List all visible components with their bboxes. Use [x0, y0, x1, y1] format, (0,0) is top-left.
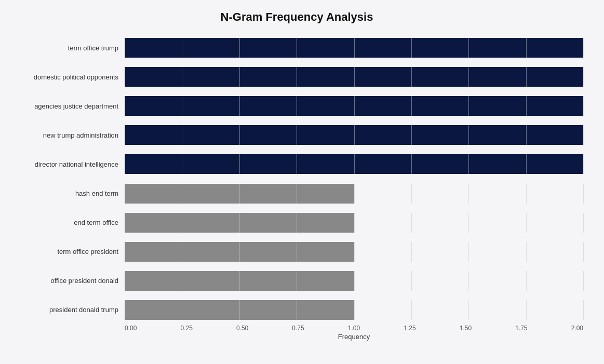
xaxis-ticks: 0.000.250.500.751.001.251.501.752.00 — [125, 325, 583, 332]
bar-fill — [125, 125, 583, 145]
bar-row: new trump administration — [10, 122, 583, 148]
bar-label: term office trump — [10, 44, 125, 52]
bar-row: domestic political opponents — [10, 64, 583, 90]
bar-fill — [125, 38, 583, 58]
bar-fill — [125, 67, 583, 87]
bar-track — [125, 96, 583, 116]
tick-label: 0.25 — [180, 325, 192, 332]
tick-label: 1.75 — [515, 325, 527, 332]
tick-label: 1.00 — [348, 325, 360, 332]
chart-title: N-Gram Frequency Analysis — [10, 10, 583, 24]
bar-row: term office president — [10, 239, 583, 265]
bar-label: end term office — [10, 219, 125, 226]
bar-row: agencies justice department — [10, 93, 583, 119]
chart-area: term office trumpdomestic political oppo… — [10, 33, 583, 325]
bar-track — [125, 242, 583, 262]
xaxis-label: Frequency — [125, 333, 583, 341]
bar-fill — [125, 300, 354, 320]
bottom-section: 0.000.250.500.751.001.251.501.752.00 Fre… — [10, 325, 583, 341]
bar-row: end term office — [10, 210, 583, 236]
bar-track — [125, 67, 583, 87]
bar-track — [125, 184, 583, 204]
bar-track — [125, 213, 583, 233]
bar-row: director national intelligence — [10, 151, 583, 177]
bar-label: president donald trump — [10, 306, 125, 314]
tick-label: 0.50 — [236, 325, 248, 332]
bar-track — [125, 154, 583, 174]
bar-fill — [125, 154, 583, 174]
bar-label: term office president — [10, 248, 125, 255]
bar-fill — [125, 271, 354, 291]
bar-label: director national intelligence — [10, 160, 125, 168]
bar-fill — [125, 184, 354, 204]
tick-label: 1.50 — [460, 325, 472, 332]
tick-label: 1.25 — [404, 325, 415, 332]
chart-container: N-Gram Frequency Analysis term office tr… — [0, 0, 604, 364]
tick-label: 0.00 — [125, 325, 137, 332]
bar-label: office president donald — [10, 277, 125, 285]
bar-label: hash end term — [10, 190, 125, 197]
tick-label: 2.00 — [571, 325, 583, 332]
bar-row: term office trump — [10, 35, 583, 61]
bar-label: agencies justice department — [10, 102, 125, 110]
bar-track — [125, 271, 583, 291]
bar-fill — [125, 242, 354, 262]
bar-fill — [125, 96, 583, 116]
bar-label: domestic political opponents — [10, 73, 125, 81]
bar-track — [125, 125, 583, 145]
bar-row: president donald trump — [10, 297, 583, 323]
bar-fill — [125, 213, 354, 233]
tick-label: 0.75 — [292, 325, 304, 332]
bar-track — [125, 38, 583, 58]
bar-label: new trump administration — [10, 131, 125, 139]
bar-row: hash end term — [10, 180, 583, 206]
bar-track — [125, 300, 583, 320]
bar-row: office president donald — [10, 268, 583, 294]
